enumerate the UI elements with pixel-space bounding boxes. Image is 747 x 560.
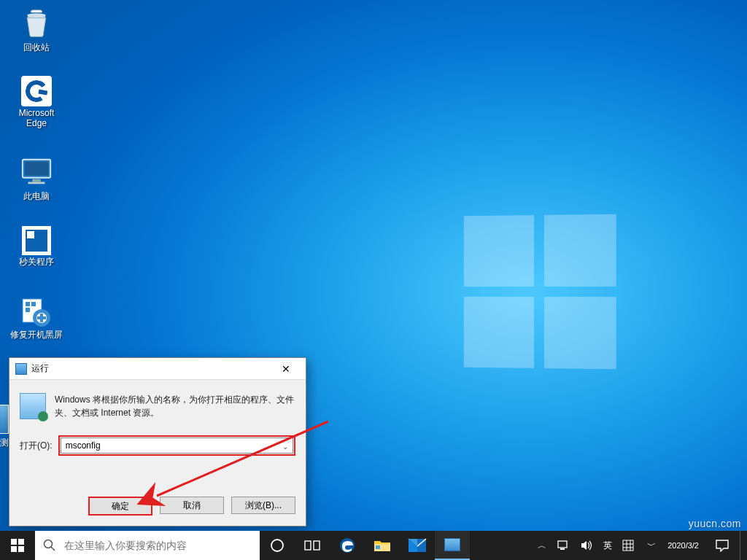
watermark: yuucn.com bbox=[689, 518, 741, 529]
svg-rect-30 bbox=[623, 540, 633, 551]
svg-rect-15 bbox=[18, 539, 24, 545]
tray-clock[interactable]: 2020/3/2 bbox=[662, 540, 705, 551]
run-title: 运行 bbox=[31, 362, 269, 375]
cancel-button[interactable]: 取消 bbox=[160, 497, 224, 514]
svg-rect-3 bbox=[32, 179, 41, 182]
app-icon bbox=[21, 298, 52, 328]
tray-volume[interactable] bbox=[576, 531, 597, 560]
search-input[interactable] bbox=[64, 532, 260, 559]
ok-button[interactable]: 确定 bbox=[88, 497, 152, 516]
cortana-button[interactable] bbox=[260, 531, 295, 560]
app-icon bbox=[0, 405, 9, 434]
run-icon bbox=[444, 538, 460, 551]
open-combobox[interactable]: ⌄ bbox=[58, 435, 295, 456]
svg-point-0 bbox=[27, 13, 46, 18]
svg-rect-7 bbox=[31, 302, 36, 306]
svg-rect-28 bbox=[558, 541, 567, 548]
svg-rect-25 bbox=[376, 545, 380, 549]
taskbar-app-mail[interactable] bbox=[400, 531, 435, 560]
windows-logo-wallpaper bbox=[464, 214, 616, 370]
notification-icon bbox=[715, 539, 729, 552]
open-input[interactable] bbox=[61, 438, 293, 454]
desktop-icon-label: 回收站 bbox=[9, 42, 64, 52]
svg-rect-21 bbox=[305, 541, 311, 550]
desktop: 回收站 Microsoft Edge 此电脑 秒关程序 修复开机黑屏 测 运行 bbox=[0, 0, 747, 560]
network-icon bbox=[557, 540, 570, 551]
wave-icon: ﹀ bbox=[647, 540, 653, 552]
chevron-down-icon[interactable]: ⌄ bbox=[279, 440, 291, 453]
cortana-icon bbox=[270, 538, 285, 553]
taskbar-app-run[interactable] bbox=[435, 531, 470, 560]
svg-line-19 bbox=[51, 547, 55, 551]
edge-icon bbox=[21, 76, 52, 106]
run-titlebar[interactable]: 运行 ✕ bbox=[9, 358, 306, 380]
monitor-icon bbox=[19, 155, 54, 190]
task-view-icon bbox=[304, 539, 320, 552]
tray-ime-lang[interactable]: 英 bbox=[599, 531, 616, 560]
svg-rect-14 bbox=[11, 539, 17, 545]
show-desktop-button[interactable] bbox=[740, 531, 744, 560]
folder-icon bbox=[374, 538, 391, 553]
edge-icon bbox=[338, 537, 356, 554]
close-button[interactable]: ✕ bbox=[269, 358, 303, 380]
task-view-button[interactable] bbox=[295, 531, 330, 560]
run-icon bbox=[15, 363, 27, 375]
svg-rect-6 bbox=[26, 302, 30, 306]
tray-date: 2020/3/2 bbox=[667, 540, 699, 551]
desktop-icon-label: 修复开机黑屏 bbox=[9, 330, 64, 340]
open-label: 打开(O): bbox=[20, 440, 53, 452]
volume-icon bbox=[580, 540, 593, 551]
svg-rect-16 bbox=[11, 546, 17, 552]
svg-point-18 bbox=[44, 540, 53, 548]
windows-icon bbox=[11, 539, 24, 552]
svg-rect-17 bbox=[18, 546, 24, 552]
browse-button[interactable]: 浏览(B)... bbox=[231, 497, 295, 514]
svg-rect-4 bbox=[28, 182, 45, 184]
svg-rect-12 bbox=[37, 316, 46, 319]
tray-ime-extra[interactable]: ﹀ bbox=[640, 531, 660, 560]
start-button[interactable] bbox=[0, 531, 35, 560]
chevron-up-icon: ︿ bbox=[538, 540, 546, 552]
taskbar: ︿ 英 ﹀ 2020/3/2 bbox=[0, 531, 747, 560]
run-description: Windows 将根据你所输入的名称，为你打开相应的程序、文件夹、文档或 Int… bbox=[55, 393, 295, 419]
system-tray: ︿ 英 ﹀ 2020/3/2 bbox=[533, 531, 747, 560]
desktop-icon-edge[interactable]: Microsoft Edge bbox=[9, 76, 64, 128]
svg-rect-2 bbox=[25, 162, 49, 176]
tray-overflow[interactable]: ︿ bbox=[533, 531, 551, 560]
taskbar-search[interactable] bbox=[35, 531, 260, 560]
svg-rect-29 bbox=[560, 548, 565, 550]
desktop-icon-this-pc[interactable]: 此电脑 bbox=[9, 155, 64, 201]
ime-icon bbox=[622, 540, 634, 551]
tray-notifications[interactable] bbox=[706, 531, 738, 560]
svg-rect-8 bbox=[26, 308, 30, 312]
recycle-bin-icon bbox=[19, 6, 54, 41]
svg-rect-22 bbox=[314, 541, 320, 550]
desktop-icon-shutdown-app[interactable]: 秒关程序 bbox=[9, 226, 64, 267]
app-icon bbox=[22, 226, 51, 255]
tray-network[interactable] bbox=[552, 531, 574, 560]
desktop-icon-fix-blackscreen[interactable]: 修复开机黑屏 bbox=[9, 298, 64, 340]
desktop-icon-recycle-bin[interactable]: 回收站 bbox=[9, 6, 64, 52]
desktop-icon-label: 测 bbox=[0, 437, 9, 449]
svg-point-20 bbox=[271, 540, 283, 551]
desktop-icon-partial[interactable]: 测 bbox=[0, 405, 9, 460]
search-icon bbox=[35, 539, 64, 552]
taskbar-app-explorer[interactable] bbox=[365, 531, 400, 560]
desktop-icon-label: 此电脑 bbox=[9, 191, 64, 201]
desktop-icon-label: 秒关程序 bbox=[9, 257, 64, 267]
taskbar-app-edge[interactable] bbox=[330, 531, 365, 560]
tray-ime-mode[interactable] bbox=[618, 531, 638, 560]
run-program-icon bbox=[20, 393, 46, 419]
desktop-icon-label: Microsoft Edge bbox=[9, 108, 64, 128]
mail-icon bbox=[408, 538, 427, 553]
run-dialog: 运行 ✕ Windows 将根据你所输入的名称，为你打开相应的程序、文件夹、文档… bbox=[9, 357, 306, 526]
